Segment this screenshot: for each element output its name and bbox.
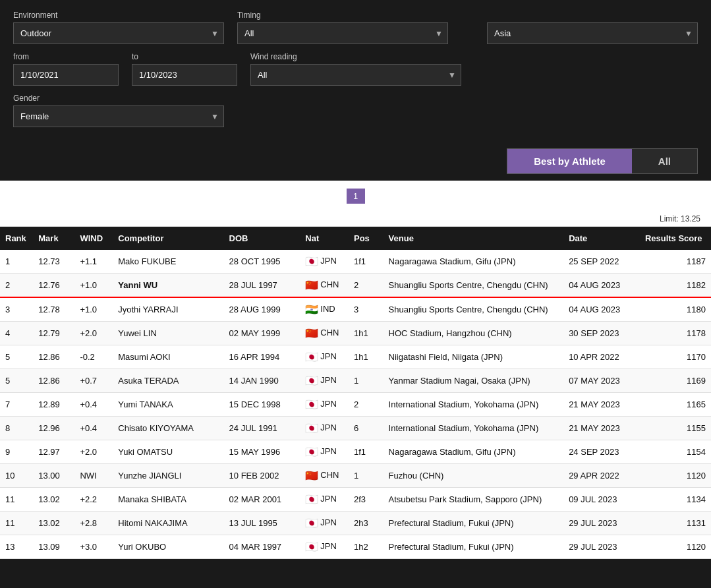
cell-rank: 10 [0,464,33,488]
cell-dob: 15 MAY 1996 [224,440,300,464]
cell-competitor: Yuri OKUBO [113,535,223,559]
cell-score: 1155 [640,417,711,440]
cell-dob: 15 DEC 1998 [224,393,300,417]
cell-mark: 12.78 [33,297,74,322]
environment-select[interactable]: Outdoor Indoor [13,22,224,44]
cell-venue: Yanmar Stadium Nagai, Osaka (JPN) [384,369,564,393]
cell-mark: 13.02 [33,488,74,512]
cell-venue: Fuzhou (CHN) [384,464,564,488]
cell-pos: 1f1 [349,440,384,464]
cell-dob: 14 JAN 1990 [224,369,300,393]
cell-nat: 🇯🇵JPN [300,512,349,535]
cell-rank: 2 [0,274,33,298]
cell-wind: +2.0 [74,322,113,345]
cell-venue: International Stadium, Yokohama (JPN) [384,417,564,440]
cell-competitor: Yumi TANAKA [113,393,223,417]
flag-icon: 🇯🇵 [305,351,318,363]
table-row: 1 12.73 +1.1 Mako FUKUBE 28 OCT 1995 🇯🇵J… [0,250,711,274]
region-select[interactable]: Asia Africa Europe Americas Oceania Worl… [487,22,698,44]
flag-icon: 🇯🇵 [305,423,318,434]
cell-date: 21 MAY 2023 [563,417,640,440]
cell-venue: Nagaragawa Stadium, Gifu (JPN) [384,250,564,274]
cell-wind: +1.0 [74,297,113,322]
table-header-row: Rank Mark WIND Competitor DOB Nat Pos Ve… [0,227,711,250]
cell-wind: +2.0 [74,440,113,464]
cell-competitor: Yuwei LIN [113,322,223,345]
cell-pos: 6 [349,417,384,440]
cell-wind: +0.4 [74,393,113,417]
cell-date: 29 JUL 2023 [563,535,640,559]
cell-date: 21 MAY 2023 [563,393,640,417]
cell-pos: 1h2 [349,535,384,559]
cell-nat: 🇯🇵JPN [300,369,349,393]
to-label: to [132,52,237,61]
cell-pos: 1h1 [349,345,384,369]
cell-venue: Atsubetsu Park Stadium, Sapporo (JPN) [384,488,564,512]
cell-dob: 02 MAY 1999 [224,322,300,345]
cell-venue: Niigatashi Field, Niigata (JPN) [384,345,564,369]
gender-label: Gender [13,94,224,103]
table-row: 4 12.79 +2.0 Yuwei LIN 02 MAY 1999 🇨🇳CHN… [0,322,711,345]
cell-wind: +2.8 [74,512,113,535]
cell-date: 29 APR 2022 [563,464,640,488]
timing-select[interactable]: All Fully Automatic Hand Timing [237,22,448,44]
cell-dob: 28 OCT 1995 [224,250,300,274]
page-1-button[interactable]: 1 [347,189,365,204]
cell-pos: 3 [349,297,384,322]
cell-rank: 5 [0,369,33,393]
cell-rank: 7 [0,393,33,417]
cell-date: 10 APR 2022 [563,345,640,369]
cell-score: 1178 [640,322,711,345]
cell-venue: HOC Stadium, Hangzhou (CHN) [384,322,564,345]
cell-dob: 13 JUL 1995 [224,512,300,535]
table-row: 2 12.76 +1.0 Yanni WU 28 JUL 1997 🇨🇳CHN … [0,274,711,298]
timing-label: Timing [237,11,448,20]
table-row: 9 12.97 +2.0 Yuki OMATSU 15 MAY 1996 🇯🇵J… [0,440,711,464]
cell-wind: +1.0 [74,274,113,298]
cell-mark: 12.73 [33,250,74,274]
header-competitor: Competitor [113,227,223,250]
cell-mark: 13.00 [33,464,74,488]
cell-date: 29 JUL 2023 [563,512,640,535]
from-date-input[interactable]: 1/10/2021 [13,64,119,86]
best-by-athlete-button[interactable]: Best by Athlete [507,149,632,173]
cell-competitor: Mako FUKUBE [113,250,223,274]
cell-date: 07 MAY 2023 [563,369,640,393]
cell-date: 04 AUG 2023 [563,297,640,322]
cell-dob: 10 FEB 2002 [224,464,300,488]
flag-icon: 🇯🇵 [305,541,318,552]
flag-icon: 🇯🇵 [305,494,318,505]
cell-score: 1187 [640,250,711,274]
table-row: 5 12.86 +0.7 Asuka TERADA 14 JAN 1990 🇯🇵… [0,369,711,393]
cell-dob: 16 APR 1994 [224,345,300,369]
wind-select[interactable]: All Legal [250,64,461,86]
header-wind: WIND [74,227,113,250]
cell-score: 1180 [640,297,711,322]
to-date-input[interactable]: 1/10/2023 [132,64,237,86]
cell-mark: 12.89 [33,393,74,417]
cell-nat: 🇯🇵JPN [300,393,349,417]
cell-nat: 🇨🇳CHN [300,322,349,345]
all-button[interactable]: All [632,149,697,173]
cell-date: 04 AUG 2023 [563,274,640,298]
cell-dob: 28 AUG 1999 [224,297,300,322]
cell-wind: +0.4 [74,417,113,440]
cell-competitor: Jyothi YARRAJI [113,297,223,322]
cell-mark: 12.76 [33,274,74,298]
header-rank: Rank [0,227,33,250]
cell-dob: 02 MAR 2001 [224,488,300,512]
gender-select[interactable]: Female Male [13,105,224,127]
header-pos: Pos [349,227,384,250]
cell-venue: Prefectural Stadium, Fukui (JPN) [384,512,564,535]
cell-date: 30 SEP 2023 [563,322,640,345]
cell-pos: 1 [349,369,384,393]
cell-dob: 28 JUL 1997 [224,274,300,298]
cell-mark: 12.97 [33,440,74,464]
cell-pos: 1f1 [349,250,384,274]
flag-icon: 🇯🇵 [305,399,318,410]
cell-mark: 12.96 [33,417,74,440]
cell-date: 09 JUL 2023 [563,488,640,512]
table-row: 5 12.86 -0.2 Masumi AOKI 16 APR 1994 🇯🇵J… [0,345,711,369]
cell-pos: 2 [349,274,384,298]
cell-wind: NWI [74,464,113,488]
